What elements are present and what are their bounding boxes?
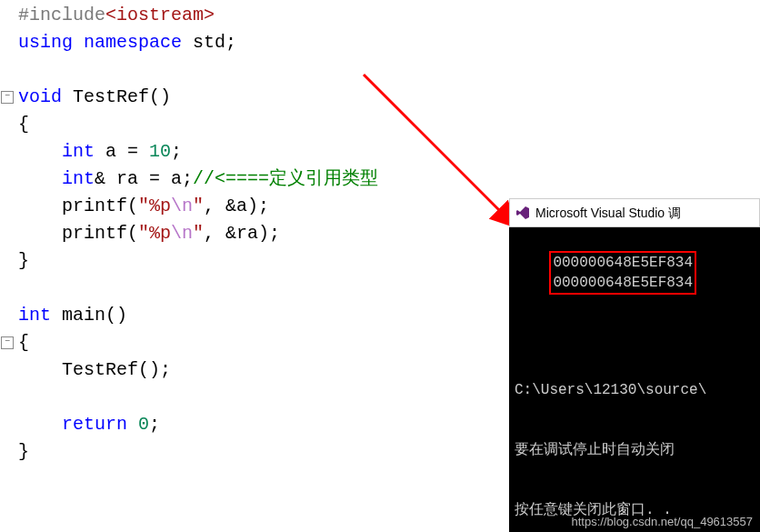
fold-marker[interactable]: − [1, 91, 14, 104]
code-line: TestRef(); [0, 356, 468, 384]
visual-studio-icon [515, 206, 530, 220]
code-line: return 0; [0, 411, 468, 438]
code-line: printf("%p\n", &a); [0, 193, 468, 220]
code-line: printf("%p\n", &ra); [0, 220, 468, 247]
console-line: C:\Users\12130\source\ [515, 380, 755, 400]
code-line: void TestRef() [0, 84, 468, 111]
code-line: int a = 10; [0, 138, 468, 166]
code-line: { [0, 329, 468, 356]
code-line: } [0, 438, 468, 466]
code-line: int main() [0, 302, 468, 329]
code-line [0, 56, 468, 84]
code-editor: − − #include<iostream> using namespace s… [0, 0, 468, 532]
fold-gutter: − − [0, 0, 16, 532]
code-line: #include<iostream> [0, 2, 468, 29]
code-line [0, 275, 468, 302]
debug-console-window: Microsoft Visual Studio 调 000000648E5EF8… [509, 198, 760, 532]
console-titlebar[interactable]: Microsoft Visual Studio 调 [509, 198, 760, 227]
code-line [0, 384, 468, 411]
code-line: } [0, 247, 468, 275]
console-title-text: Microsoft Visual Studio 调 [535, 199, 681, 226]
code-line: { [0, 111, 468, 138]
address-line: 000000648E5EF834 [553, 273, 693, 293]
highlighted-addresses: 000000648E5EF834000000648E5EF834 [549, 251, 696, 295]
address-line: 000000648E5EF834 [553, 253, 693, 273]
console-line: 要在调试停止时自动关闭 [515, 440, 755, 460]
watermark-text: https://blog.csdn.net/qq_49613557 [572, 515, 754, 528]
code-line: using namespace std; [0, 29, 468, 56]
code-line: int& ra = a;//<====定义引用类型 [0, 166, 468, 193]
console-output: 000000648E5EF834000000648E5EF834 C:\User… [509, 227, 760, 532]
fold-marker[interactable]: − [1, 336, 14, 349]
